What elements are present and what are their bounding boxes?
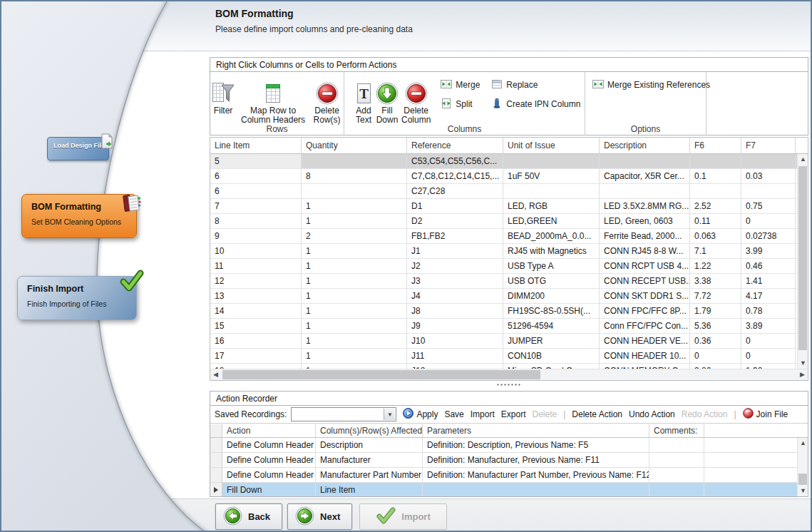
table-cell[interactable]: USB Type A [503,259,600,273]
replace-button[interactable]: Replace [491,79,580,91]
grid-column-header[interactable]: Action [222,424,316,437]
table-cell[interactable]: 9 [210,229,302,243]
back-button[interactable]: Back [215,503,282,530]
table-cell[interactable]: 1 [302,364,407,369]
table-cell[interactable]: 1 [302,304,407,318]
table-cell[interactable]: FB1,FB2 [407,229,503,243]
table-cell[interactable]: JUMPER [503,334,600,348]
splitter-handle[interactable] [210,382,808,388]
scrollbar-thumb[interactable] [222,370,540,379]
table-cell[interactable]: CON10B [503,349,600,363]
table-cell[interactable]: J10 [407,334,503,348]
grid-column-header[interactable]: Description [600,138,690,153]
saved-recordings-select[interactable]: ▼ [291,407,396,421]
scrollbar-left-button[interactable]: ◀ [210,369,221,380]
table-cell[interactable] [503,154,600,168]
table-cell[interactable]: 0.75 [741,199,796,213]
table-cell[interactable]: 11 [210,259,302,273]
table-cell[interactable]: 0 [741,214,796,228]
apply-button[interactable]: Apply [403,408,438,421]
table-cell[interactable]: USB OTG [503,274,600,288]
table-cell[interactable]: 1 [302,349,407,363]
table-cell[interactable]: 3.86 [690,364,741,369]
table-cell[interactable]: Ferrite Bead, 2000... [600,229,690,243]
table-cell[interactable] [503,184,600,198]
table-cell[interactable]: J11 [407,349,503,363]
fill-down-button[interactable]: Fill Down [376,76,399,125]
table-cell[interactable]: J2 [407,259,503,273]
table-cell[interactable]: CONN FPC/FFC 8P... [600,304,690,318]
table-cell[interactable] [741,154,796,168]
table-cell[interactable]: 17 [210,349,302,363]
table-cell[interactable] [302,184,407,198]
filter-button[interactable]: Filter [212,76,235,116]
scrollbar-thumb[interactable] [798,166,807,350]
table-cell[interactable]: 1.41 [741,274,796,288]
grid-column-header[interactable]: Parameters [423,424,649,437]
table-cell[interactable] [649,453,704,467]
scrollbar-down-button[interactable]: ▼ [798,486,808,496]
table-cell[interactable]: 8 [302,169,407,183]
table-cell[interactable]: LED,GREEN [503,214,600,228]
table-cell[interactable]: RJ45 with Magnetics [503,244,600,258]
table-cell[interactable] [423,483,649,496]
table-cell[interactable]: Manufacturer Part Number [316,468,423,482]
table-row[interactable]: 101J1RJ45 with MagneticsCONN RJ45 8-8 W.… [210,244,797,259]
table-cell[interactable]: CONN RECEPT USB... [600,274,690,288]
table-cell[interactable] [649,468,704,482]
table-cell[interactable]: D2 [407,214,503,228]
table-row[interactable]: 111J2USB Type ACONN RCPT USB 4...1.220.4… [210,259,797,274]
merge-button[interactable]: Merge [441,79,480,91]
table-cell[interactable]: 0.11 [690,214,741,228]
table-row[interactable]: 151J951296-4594Conn FFC/FPC Con...5.363.… [210,319,797,334]
table-row[interactable]: 92FB1,FB2BEAD_2000mA_0.0...Ferrite Bead,… [210,229,797,244]
table-cell[interactable]: CONN RJ45 8-8 W... [600,244,690,258]
table-cell[interactable]: 16 [210,334,302,348]
table-cell[interactable]: CONN MEMORY C... [600,364,690,369]
wizard-step-bom-formatting[interactable]: BOM Formatting Set BOM Cleaning Options [21,194,137,238]
table-cell[interactable]: 1.92 [741,364,796,369]
import-button[interactable]: Import [471,409,495,419]
table-row[interactable]: 81D2LED,GREENLED, Green, 06030.110 [210,214,797,229]
table-cell[interactable]: 1 [302,274,407,288]
table-cell[interactable]: 0.46 [741,259,796,273]
table-cell[interactable]: 0.36 [690,334,741,348]
table-cell[interactable]: Manufacturer [316,453,423,467]
table-row[interactable]: 131J4DIMM200CONN SKT DDR1 S...7.724.17 [210,289,797,304]
table-cell[interactable] [302,154,407,168]
add-text-button[interactable]: T Add Text [354,76,373,125]
table-cell[interactable]: Fill Down [222,483,316,496]
table-cell[interactable]: 4.17 [741,289,796,303]
next-button[interactable]: Next [287,503,352,530]
table-row[interactable]: 68C7,C8,C12,C14,C15,...1uF 50VCapacitor,… [210,169,797,184]
table-row[interactable]: 141J8FH19SC-8S-0.5SH(...CONN FPC/FFC 8P.… [210,304,797,319]
table-cell[interactable]: CONN RCPT USB 4... [600,259,690,273]
grid-column-header[interactable]: Unit of Issue [503,138,600,153]
join-file-button[interactable]: Join File [743,408,788,421]
grid-column-header[interactable]: Reference [407,138,503,153]
table-cell[interactable]: 8 [210,214,302,228]
table-row[interactable]: Define Column HeaderDescriptionDefinitio… [210,438,797,453]
grid-column-header[interactable]: Quantity [302,138,407,153]
table-cell[interactable]: 0.02738 [741,229,796,243]
delete-rows-button[interactable]: Delete Row(s) [312,76,342,125]
table-cell[interactable]: Definition: Manufacturer Part Number, Pr… [423,468,649,482]
wizard-step-load-design-files[interactable]: Load Design Files [47,137,109,160]
table-row[interactable]: Define Column HeaderManufacturerDefiniti… [210,453,797,468]
grid-column-header[interactable]: Line Item [210,138,302,153]
table-cell[interactable]: 6 [210,184,302,198]
table-cell[interactable]: Micro SD Card Con... [503,364,600,369]
save-button[interactable]: Save [444,409,463,419]
scrollbar-up-button[interactable]: ▲ [798,154,808,165]
table-cell[interactable]: 1 [302,259,407,273]
create-ipn-column-button[interactable]: Create IPN Column [491,98,580,110]
table-cell[interactable]: Define Column Header [222,468,316,482]
grid-column-header[interactable]: Comments: [649,424,704,437]
table-row[interactable]: 171J11CON10BCONN HEADER 10...00 [210,349,797,364]
table-row[interactable]: 5C53,C54,C55,C56,C... [210,154,797,169]
table-cell[interactable]: 6 [210,169,302,183]
table-cell[interactable]: 0.78 [741,304,796,318]
scrollbar-right-button[interactable]: ▶ [797,369,808,380]
table-cell[interactable]: CONN SKT DDR1 S... [600,289,690,303]
table-cell[interactable]: 10 [210,244,302,258]
